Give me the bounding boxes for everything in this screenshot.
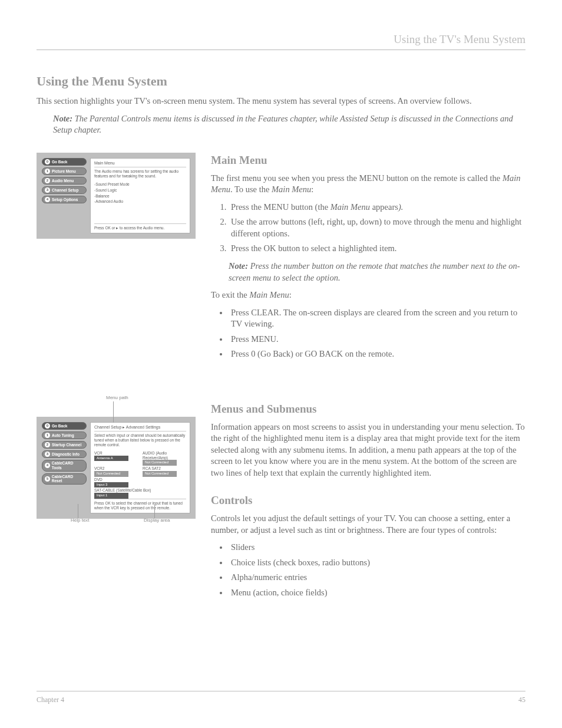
tv1-panel-desc: The Audio menu has screens for setting t… — [94, 169, 186, 179]
controls-bullets: Sliders Choice lists (check boxes, radio… — [211, 542, 525, 598]
section-title-using-menu: Using the Menu System — [37, 73, 525, 90]
tv2-sidebar-cc-tools: 4CableCARD Tools — [42, 460, 87, 472]
tv1-sidebar-picture: 1Picture Menu — [42, 167, 87, 175]
subhead-menus-submenus: Menus and Submenus — [211, 401, 525, 417]
chapter-heading: Using the TV's Menu System — [37, 32, 525, 47]
main-menu-steps: Press the MENU button (the Main Menu app… — [211, 202, 525, 255]
tv1-sidebar-channel: 3Channel Setup — [42, 186, 87, 194]
tv2-sidebar-cc-reset: 5CableCARD Reset — [42, 473, 87, 485]
callout-label-display: Display area — [144, 518, 170, 523]
intro-paragraph: This section highlights your TV's on-scr… — [37, 95, 525, 107]
tv1-sidebar-setup: 4Setup Options — [42, 196, 87, 203]
tv2-footer: Press OK to select the channel or input … — [94, 499, 186, 510]
tv1-panel-items: -Sound Preset Mode -Sound Logic -Balance… — [94, 182, 186, 205]
controls-bullet-alpha: Alpha/numeric entries — [229, 572, 525, 584]
tv1-panel-footer: Press OK or ▸ to access the Audio menu. — [94, 223, 186, 230]
exit-bullet-2: Press MENU. — [229, 334, 525, 345]
tv1-panel-title: Main Menu — [94, 161, 186, 167]
rule-top — [37, 50, 525, 50]
inline-note: Note: Press the number button on the rem… — [229, 261, 525, 284]
tv2-sidebar-auto-tuning: 1Auto Tuning — [42, 431, 87, 439]
intro-note: Note: The Parental Controls menu items i… — [53, 113, 525, 136]
controls-bullet-menu: Menu (action, choice fields) — [229, 587, 525, 599]
callout-line-display — [154, 504, 155, 518]
callout-label-path: Menu path — [106, 396, 128, 401]
exit-intro: To exit the Main Menu: — [211, 289, 525, 301]
note-label: Note: — [53, 114, 72, 123]
tv2-sidebar-go-back: 0Go Back — [42, 422, 87, 430]
menus-paragraph: Information appears on most screens to a… — [211, 421, 525, 479]
exit-bullet-1: Press CLEAR. The on-screen displays are … — [229, 307, 525, 330]
tv2-sidebar-diag: 3Diagnostic Info — [42, 450, 87, 458]
callout-line-path — [113, 401, 114, 423]
callout-line-help — [78, 504, 78, 518]
tv2-fields: VCRAntenna A AUDIO (Audio Receiver/Amp)N… — [94, 451, 186, 499]
main-menu-intro: The first menu you see when you press th… — [211, 173, 525, 196]
tv1-sidebar-go-back: 0Go Back — [42, 158, 87, 166]
tv2-desc: Select which input or channel should be … — [94, 433, 186, 447]
tv2-sidebar-startup: 2Startup Channel — [42, 441, 87, 449]
exit-bullet-3: Press 0 (Go Back) or GO BACK on the remo… — [229, 348, 525, 360]
tv2-path: Channel Setup ▸ Advanced Settings — [94, 425, 186, 431]
tv1-sidebar-audio: 2Audio Menu — [42, 177, 87, 185]
controls-bullet-choice: Choice lists (check boxes, radio buttons… — [229, 557, 525, 569]
step-3: Press the OK button to select a highligh… — [229, 243, 525, 255]
step-2: Use the arrow buttons (left, right, up, … — [229, 216, 525, 239]
footer-chapter: Chapter 4 — [37, 695, 64, 704]
intro-note-text: The Parental Controls menu items is disc… — [53, 114, 513, 135]
exit-bullets: Press CLEAR. The on-screen displays are … — [211, 307, 525, 360]
controls-paragraph: Controls let you adjust the default sett… — [211, 513, 525, 536]
callout-label-help: Help text — [71, 518, 90, 523]
step-1: Press the MENU button (the Main Menu app… — [229, 202, 525, 213]
subhead-controls: Controls — [211, 493, 525, 508]
subhead-main-menu: Main Menu — [211, 153, 525, 168]
screenshot-main-menu: 0Go Back 1Picture Menu 2Audio Menu 3Chan… — [37, 153, 196, 239]
controls-bullet-sliders: Sliders — [229, 542, 525, 554]
page-footer: Chapter 4 45 — [37, 691, 525, 704]
footer-page-number: 45 — [518, 695, 525, 704]
screenshot-advanced-settings: 0Go Back 1Auto Tuning 2Startup Channel 3… — [37, 417, 196, 519]
